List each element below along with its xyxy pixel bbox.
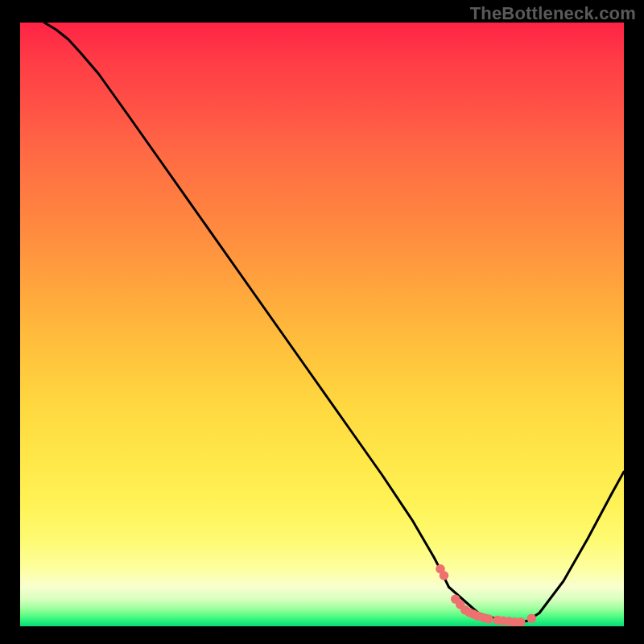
- chart-container: TheBottleneck.com: [0, 0, 644, 644]
- plot-area: [20, 23, 624, 626]
- curve-line: [44, 23, 624, 622]
- highlight-dots: [436, 564, 536, 626]
- svg-point-1: [440, 571, 449, 580]
- chart-svg: [20, 23, 624, 626]
- svg-point-15: [526, 613, 536, 623]
- watermark-label: TheBottleneck.com: [470, 3, 636, 24]
- svg-point-9: [484, 614, 493, 624]
- plot-inner: [20, 23, 624, 626]
